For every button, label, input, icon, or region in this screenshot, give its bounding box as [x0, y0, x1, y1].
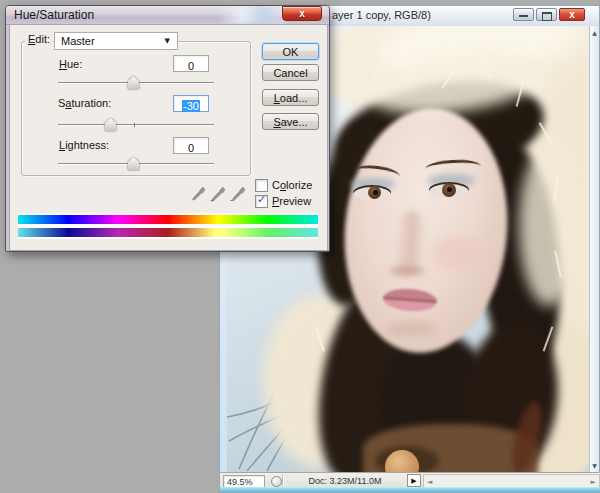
right-triangle-icon: ▶ [411, 477, 416, 485]
saturation-value: -30 [182, 100, 200, 112]
status-clock-icon[interactable] [271, 476, 282, 487]
nose-tip [390, 266, 424, 276]
right-eye [429, 182, 469, 198]
preview-label: Preview [272, 195, 311, 207]
restore-button[interactable] [536, 8, 557, 21]
saturation-slider[interactable] [58, 118, 214, 132]
ok-button[interactable]: OK [262, 43, 319, 60]
preview-checkbox[interactable]: ✓ [255, 195, 268, 208]
dialog-body: Edit: Master ▼ Hue: 0 Saturation: -30 Li… [9, 24, 328, 251]
close-icon: x [283, 7, 321, 20]
scroll-down-icon[interactable]: ▼ [590, 462, 599, 469]
load-button[interactable]: Load... [262, 89, 319, 106]
save-button[interactable]: Save... [262, 113, 319, 130]
colorize-checkbox[interactable] [255, 179, 268, 192]
label-text: ightness: [65, 139, 109, 151]
saturation-label: Saturation: [58, 97, 111, 109]
fur-fringe-right [519, 146, 579, 306]
label-mnemonic: H [59, 58, 67, 70]
eyedropper-minus-icon[interactable]: − [231, 185, 247, 203]
eyedropper-plus-icon[interactable]: + [211, 185, 227, 203]
scroll-left-icon[interactable]: ◄ [427, 478, 432, 486]
chevron-down-icon: ▼ [165, 37, 170, 45]
restore-icon [542, 12, 552, 21]
label-mnemonic: S [273, 116, 280, 128]
label-text: review [279, 195, 311, 207]
status-menu-button[interactable]: ▶ [407, 474, 421, 487]
zoom-level-value: 49.5% [227, 477, 253, 487]
window-close-button[interactable]: x [559, 8, 585, 21]
hue-slider[interactable] [58, 76, 214, 90]
label-text: oad... [280, 92, 308, 104]
hue-label: Hue: [59, 58, 82, 70]
hue-gradient-bar-adjusted[interactable] [18, 228, 318, 237]
dialog-close-button[interactable]: x [282, 6, 322, 21]
lightness-slider[interactable] [58, 157, 214, 171]
left-pupil [373, 190, 378, 195]
label-text: ue: [67, 58, 82, 70]
status-divider [282, 475, 283, 487]
hue-saturation-dialog: Hue/Saturation x Edit: Master ▼ Hue: 0 S… [5, 5, 330, 252]
chin-shadow [385, 322, 437, 336]
dialog-title: Hue/Saturation [14, 8, 94, 22]
edit-dropdown[interactable]: Master ▼ [54, 32, 178, 50]
minimize-icon [519, 15, 528, 17]
dialog-titlebar[interactable]: Hue/Saturation x [6, 6, 329, 25]
edit-dropdown-value: Master [61, 35, 95, 47]
photoshop-workspace: ayer 1 copy, RGB/8) x [0, 0, 600, 493]
slider-track [58, 124, 214, 125]
label-text: ave... [281, 116, 308, 128]
titlebar-glass-reflection [218, 6, 286, 24]
scroll-up-icon[interactable]: ▲ [590, 29, 599, 36]
saturation-input[interactable]: -30 [173, 95, 209, 112]
adjustment-groupbox [21, 41, 251, 176]
checkmark-icon: ✓ [257, 193, 266, 206]
right-pupil [447, 187, 452, 192]
edit-label: Edit: [25, 33, 53, 45]
doc-size-info: Doc: 3.23M/11.0M [284, 476, 406, 486]
label-text: C [272, 179, 280, 191]
window-bottom-edge [220, 487, 600, 492]
minimize-button[interactable] [513, 8, 534, 21]
vertical-scrollbar[interactable]: ▲ ▼ [589, 26, 599, 472]
eyedropper-icon[interactable] [191, 185, 207, 203]
slider-center-tick [134, 123, 135, 127]
document-title: ayer 1 copy, RGB/8) [332, 9, 431, 21]
hue-input[interactable]: 0 [173, 55, 209, 72]
close-icon: x [560, 9, 584, 21]
label-text: turation: [71, 97, 111, 109]
lightness-value: 0 [188, 142, 194, 154]
left-eye [353, 185, 391, 200]
horizontal-scrollbar[interactable]: ◄ ► [423, 474, 600, 488]
hue-gradient-bar-original [18, 215, 318, 224]
lightness-label: Lightness: [59, 139, 109, 151]
lightness-input[interactable]: 0 [173, 137, 209, 154]
label-text: dit: [35, 33, 50, 45]
cancel-button[interactable]: Cancel [262, 64, 319, 81]
label-text: lorize [286, 179, 312, 191]
cheek-blush [432, 236, 484, 270]
hue-value: 0 [188, 60, 194, 72]
colorize-label: Colorize [272, 179, 312, 191]
scroll-right-icon[interactable]: ► [591, 478, 596, 486]
